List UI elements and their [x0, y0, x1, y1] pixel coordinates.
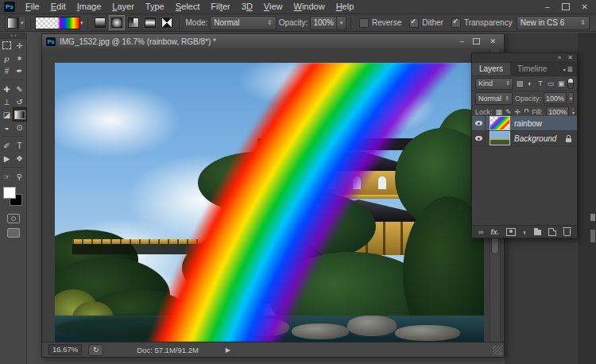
gradient-preview[interactable]: [35, 17, 80, 29]
blend-mode-select[interactable]: Normal⇕: [210, 16, 276, 30]
tab-layers[interactable]: Layers: [472, 63, 510, 76]
new-layer-icon[interactable]: [548, 228, 555, 236]
menu-view[interactable]: View: [258, 0, 288, 14]
menu-3d[interactable]: 3D: [236, 0, 258, 14]
diamond-gradient-button[interactable]: [159, 15, 175, 30]
menu-select[interactable]: Select: [170, 0, 206, 14]
menu-image[interactable]: Image: [72, 0, 107, 14]
zoom-tool[interactable]: ⚲: [14, 170, 26, 183]
history-brush-tool[interactable]: ↺: [14, 95, 26, 108]
collapsed-panel-fragment: [590, 230, 595, 242]
filter-adjustment-layers-icon[interactable]: ◐: [526, 79, 534, 87]
lock-transparent-pixels-icon[interactable]: ▦: [496, 108, 503, 116]
canvas-area[interactable]: [42, 48, 504, 343]
new-group-icon[interactable]: [534, 230, 541, 235]
layer-row-rainbow[interactable]: rainbow: [472, 116, 577, 131]
canvas-image[interactable]: [55, 63, 484, 343]
add-layer-mask-icon[interactable]: [506, 228, 516, 236]
close-panel-icon[interactable]: ✕: [567, 54, 573, 61]
layer-thumbnail[interactable]: [490, 131, 510, 145]
opacity-dropdown-button[interactable]: ▾: [337, 16, 346, 30]
doc-minimize-button[interactable]: –: [459, 37, 463, 45]
layer-name[interactable]: Background: [514, 134, 556, 143]
photoshop-app-icon[interactable]: Ps: [4, 2, 15, 12]
opacity-value[interactable]: 100%: [310, 16, 337, 30]
path-selection-tool[interactable]: ▶: [1, 152, 14, 165]
link-layers-icon[interactable]: ∞: [478, 228, 483, 236]
document-title-bar[interactable]: Ps IMG_1532.jpg @ 16.7% (rainbow, RGB/8*…: [42, 34, 504, 49]
magic-wand-tool[interactable]: ✶: [14, 52, 26, 64]
pen-tool[interactable]: ✐: [1, 139, 14, 152]
eraser-tool[interactable]: ◪: [1, 108, 14, 121]
doc-maximize-button[interactable]: [473, 38, 480, 45]
gradient-tool[interactable]: [14, 108, 26, 121]
type-tool[interactable]: T: [14, 139, 26, 152]
filter-kind-select[interactable]: Kind ⇕: [475, 78, 513, 90]
filter-pixel-layers-icon[interactable]: ▨: [516, 79, 524, 87]
layer-blend-mode-select[interactable]: Normal ⇕: [475, 92, 513, 105]
app-maximize-button[interactable]: [562, 3, 570, 10]
filter-type-layers-icon[interactable]: T: [536, 79, 544, 87]
status-options-arrow[interactable]: ▶: [226, 347, 230, 354]
filter-toggle-switch[interactable]: [567, 78, 574, 89]
layer-thumbnail[interactable]: [490, 116, 510, 130]
collapse-panel-icon[interactable]: »: [558, 54, 561, 61]
custom-shape-tool[interactable]: ❖: [14, 152, 26, 165]
clone-stamp-tool[interactable]: ⊥: [1, 95, 14, 108]
menu-edit[interactable]: Edit: [45, 0, 72, 14]
radial-gradient-button[interactable]: [109, 15, 125, 30]
menu-layer[interactable]: Layer: [106, 0, 140, 14]
tools-panel-grip[interactable]: [0, 33, 26, 39]
crop-tool[interactable]: #: [1, 64, 14, 77]
brush-tool[interactable]: ✎: [14, 83, 26, 95]
app-minimize-button[interactable]: –: [545, 2, 550, 11]
delete-layer-icon[interactable]: [563, 229, 571, 236]
combo-arrows-icon: ⇕: [505, 80, 510, 87]
blur-tool[interactable]: ◒: [1, 121, 14, 134]
tool-preset-picker[interactable]: ▾: [5, 16, 26, 30]
transparency-checkbox[interactable]: ✓ Transparency: [451, 18, 513, 28]
menu-type[interactable]: Type: [140, 0, 170, 14]
layer-blend-row: Normal ⇕ Opacity: 100% ▾: [472, 91, 577, 106]
dodge-tool[interactable]: ⊙: [14, 121, 26, 134]
rectangular-marquee-tool[interactable]: [1, 39, 14, 52]
menu-help[interactable]: Help: [331, 0, 360, 14]
layer-opacity-dropdown[interactable]: ▾: [569, 92, 574, 104]
lasso-tool[interactable]: ℘: [1, 52, 14, 64]
hand-tool[interactable]: ☞: [1, 170, 14, 183]
menu-window[interactable]: Window: [288, 0, 331, 14]
linear-gradient-button[interactable]: [92, 15, 108, 30]
workspace-switcher[interactable]: New in CS 6⇕: [517, 16, 590, 30]
layer-style-fx-icon[interactable]: fx.: [490, 228, 499, 236]
move-tool[interactable]: ✛: [14, 39, 26, 52]
angle-gradient-button[interactable]: [126, 15, 141, 30]
new-adjustment-layer-icon[interactable]: ◐: [523, 228, 527, 236]
quick-mask-button[interactable]: [7, 214, 20, 223]
tab-timeline[interactable]: Timeline: [510, 63, 554, 76]
gradient-picker-arrow-icon[interactable]: ▾: [80, 20, 83, 26]
layer-visibility-toggle[interactable]: [472, 116, 486, 130]
menu-file[interactable]: File: [20, 0, 45, 14]
eyedropper-tool[interactable]: ✒: [14, 64, 26, 77]
lock-image-pixels-icon[interactable]: ✎: [505, 108, 512, 116]
doc-close-button[interactable]: ✕: [490, 37, 496, 45]
dither-checkbox[interactable]: ✓ Dither: [409, 18, 443, 28]
reflected-gradient-button[interactable]: [142, 15, 158, 30]
status-sync-button[interactable]: ↻: [88, 344, 103, 356]
window-resize-grip[interactable]: [493, 346, 502, 355]
layer-visibility-toggle[interactable]: [472, 131, 486, 145]
healing-brush-tool[interactable]: ✚: [1, 83, 14, 95]
foreground-color-swatch[interactable]: [3, 187, 16, 199]
screen-mode-button[interactable]: [7, 228, 20, 238]
layer-row-background[interactable]: Background: [472, 131, 577, 146]
layer-name[interactable]: rainbow: [514, 119, 542, 128]
filter-shape-layers-icon[interactable]: ▭: [547, 79, 555, 87]
reverse-checkbox[interactable]: Reverse: [359, 18, 401, 28]
panel-menu-icon[interactable]: ▾ ≣: [563, 65, 577, 73]
layer-opacity-value[interactable]: 100%: [544, 92, 567, 104]
zoom-level-field[interactable]: 16.67%: [48, 344, 82, 355]
filter-smart-object-icon[interactable]: ▣: [557, 79, 565, 87]
app-close-button[interactable]: ✕: [582, 2, 588, 11]
lock-position-icon[interactable]: ✛: [515, 108, 521, 116]
menu-filter[interactable]: Filter: [205, 0, 235, 14]
